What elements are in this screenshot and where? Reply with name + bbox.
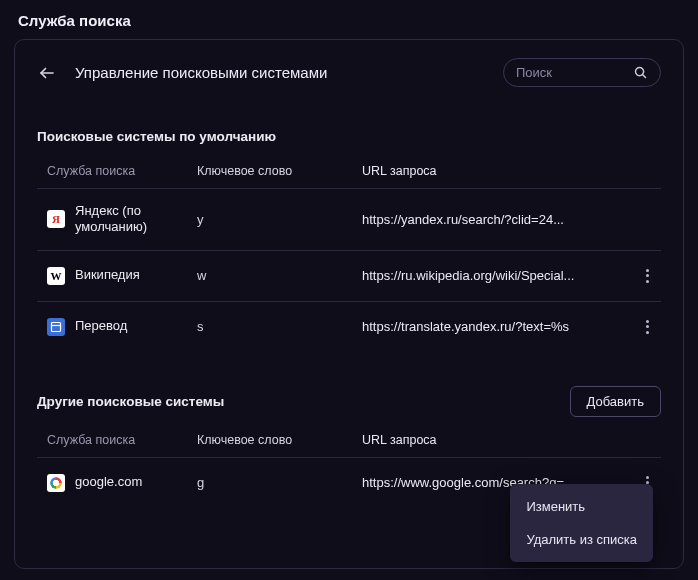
table-header: Служба поиска Ключевое слово URL запроса bbox=[37, 158, 661, 188]
col-header-url: URL запроса bbox=[362, 164, 633, 178]
engine-name: Яндекс (по умолчанию) bbox=[75, 203, 197, 236]
col-header-name: Служба поиска bbox=[37, 164, 197, 178]
kebab-menu-icon[interactable] bbox=[642, 265, 653, 287]
engine-name: Перевод bbox=[75, 318, 127, 334]
col-header-keyword: Ключевое слово bbox=[197, 433, 362, 447]
kebab-menu-icon[interactable] bbox=[642, 316, 653, 338]
wikipedia-icon: W bbox=[47, 267, 65, 285]
svg-rect-3 bbox=[52, 322, 61, 331]
add-engine-button[interactable]: Добавить bbox=[570, 386, 661, 417]
engine-keyword: w bbox=[197, 268, 362, 283]
svg-line-2 bbox=[643, 75, 646, 78]
col-header-name: Служба поиска bbox=[37, 433, 197, 447]
engine-keyword: g bbox=[197, 475, 362, 490]
search-icon bbox=[633, 65, 648, 80]
other-section-title: Другие поисковые системы bbox=[37, 394, 224, 409]
col-header-keyword: Ключевое слово bbox=[197, 164, 362, 178]
google-icon bbox=[47, 474, 65, 492]
engine-keyword: s bbox=[197, 319, 362, 334]
engine-url: https://yandex.ru/search/?clid=24... bbox=[362, 212, 633, 227]
search-input[interactable] bbox=[516, 65, 627, 80]
default-section-title: Поисковые системы по умолчанию bbox=[37, 129, 661, 144]
engine-row: Я Яндекс (по умолчанию) y https://yandex… bbox=[37, 188, 661, 250]
back-arrow-icon[interactable] bbox=[37, 63, 57, 83]
engine-url: https://ru.wikipedia.org/wiki/Special... bbox=[362, 268, 633, 283]
context-menu-edit[interactable]: Изменить bbox=[510, 490, 653, 523]
yandex-icon: Я bbox=[47, 210, 65, 228]
search-box[interactable] bbox=[503, 58, 661, 87]
engine-keyword: y bbox=[197, 212, 362, 227]
engine-url: https://translate.yandex.ru/?text=%s bbox=[362, 319, 633, 334]
translate-icon bbox=[47, 318, 65, 336]
context-menu: Изменить Удалить из списка bbox=[510, 484, 653, 562]
engine-row: Перевод s https://translate.yandex.ru/?t… bbox=[37, 301, 661, 352]
engine-name: Википедия bbox=[75, 267, 140, 283]
table-header: Служба поиска Ключевое слово URL запроса bbox=[37, 427, 661, 457]
settings-panel: Управление поисковыми системами Поисковы… bbox=[14, 39, 684, 569]
panel-header: Управление поисковыми системами bbox=[37, 58, 661, 87]
panel-title: Управление поисковыми системами bbox=[75, 64, 485, 81]
engine-name: google.com bbox=[75, 474, 142, 490]
col-header-url: URL запроса bbox=[362, 433, 633, 447]
engine-row: W Википедия w https://ru.wikipedia.org/w… bbox=[37, 250, 661, 301]
context-menu-delete[interactable]: Удалить из списка bbox=[510, 523, 653, 556]
page-title: Служба поиска bbox=[0, 0, 698, 39]
